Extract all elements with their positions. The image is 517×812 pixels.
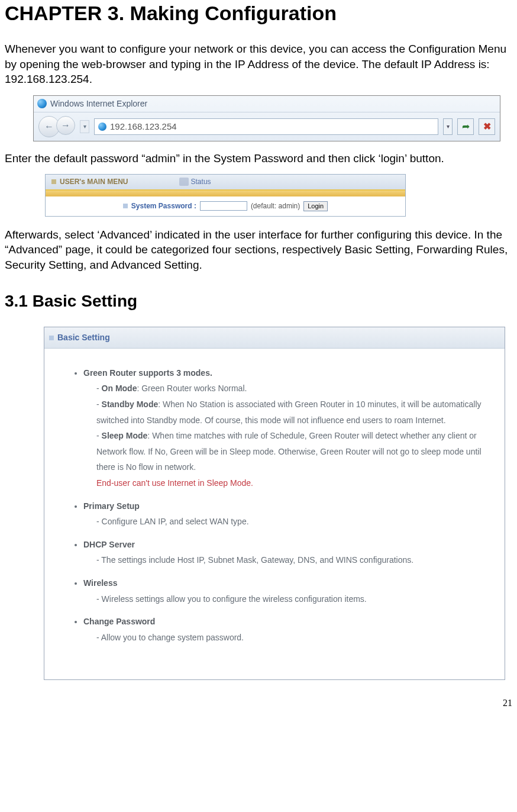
login-row: System Password : (default: admin) Login bbox=[46, 196, 405, 216]
password-label: System Password : bbox=[131, 201, 196, 211]
sleep-mode-line: - Sleep Mode: When time matches with rul… bbox=[83, 428, 493, 475]
login-screenshot: USER's MAIN MENU Status System Password … bbox=[45, 174, 406, 216]
address-dropdown-icon[interactable]: ▾ bbox=[443, 118, 453, 135]
go-refresh-button-icon[interactable]: ➦ bbox=[457, 118, 474, 135]
sleep-mode-text: : When time matches with rule of Schedul… bbox=[96, 431, 482, 472]
main-menu-text: USER's MAIN MENU bbox=[60, 177, 128, 186]
sleep-mode-label: Sleep Mode bbox=[102, 431, 148, 440]
page-number: 21 bbox=[5, 697, 512, 710]
on-mode-line: - On Mode: Green Router works Normal. bbox=[83, 381, 493, 397]
password-default-hint: (default: admin) bbox=[251, 201, 300, 211]
address-bar[interactable]: 192.168.123.254 bbox=[94, 118, 438, 135]
url-text: 192.168.123.254 bbox=[110, 121, 177, 133]
bullet-icon bbox=[51, 179, 56, 184]
primary-setup-title: Primary Setup bbox=[83, 501, 140, 511]
status-text: Status bbox=[191, 177, 211, 186]
main-menu-label: USER's MAIN MENU bbox=[46, 175, 134, 189]
basic-setting-panel: Basic Setting Green Router supports 3 mo… bbox=[44, 327, 505, 680]
login-button[interactable]: Login bbox=[303, 201, 328, 211]
standby-mode-line: - Standby Mode: When No Station is assoc… bbox=[83, 397, 493, 428]
intro-paragraph-1: Whenever you want to configure your netw… bbox=[5, 41, 512, 87]
intro-paragraph-2: Enter the default password “admin” in th… bbox=[5, 151, 512, 166]
login-top-bar: USER's MAIN MENU Status bbox=[46, 175, 405, 190]
wireless-title: Wireless bbox=[83, 578, 117, 588]
bullet-icon bbox=[123, 204, 128, 208]
on-mode-label: On Mode bbox=[102, 384, 137, 393]
primary-setup-text: - Configure LAN IP, and select WAN type. bbox=[83, 514, 493, 530]
history-dropdown-icon[interactable]: ▾ bbox=[80, 120, 89, 133]
modes-title: Green Router supports 3 modes. bbox=[83, 368, 212, 378]
modes-item: Green Router supports 3 modes. - On Mode… bbox=[83, 365, 493, 491]
page-icon bbox=[98, 123, 106, 131]
basic-setting-header: Basic Setting bbox=[44, 327, 505, 349]
ie-title-text: Windows Internet Explorer bbox=[50, 98, 147, 109]
on-mode-text: : Green Router works Normal. bbox=[137, 384, 247, 393]
ie-logo-icon bbox=[37, 99, 47, 108]
section-title: 3.1 Basic Setting bbox=[5, 290, 512, 312]
change-password-item: Change Password - Allow you to change sy… bbox=[83, 614, 493, 645]
forward-button-icon[interactable]: → bbox=[56, 116, 75, 135]
dhcp-server-item: DHCP Server - The settings include Host … bbox=[83, 537, 493, 568]
change-password-title: Change Password bbox=[83, 617, 155, 626]
status-icon bbox=[179, 178, 189, 186]
basic-setting-header-text: Basic Setting bbox=[57, 330, 110, 346]
chapter-title: CHAPTER 3. Making Configuration bbox=[5, 0, 512, 27]
stop-button-icon[interactable]: ✖ bbox=[479, 118, 495, 135]
ie-title-bar: Windows Internet Explorer bbox=[34, 96, 500, 112]
sleep-mode-warning: End-user can't use Internet in Sleep Mod… bbox=[83, 475, 493, 491]
status-tab[interactable]: Status bbox=[176, 175, 215, 189]
dhcp-server-text: - The settings include Host IP, Subnet M… bbox=[83, 552, 493, 568]
divider-bar bbox=[46, 191, 405, 196]
change-password-text: - Allow you to change system password. bbox=[83, 630, 493, 646]
intro-paragraph-3: Afterwards, select ‘Advanced’ indicated … bbox=[5, 227, 512, 273]
ie-screenshot: Windows Internet Explorer ← → ▾ 192.168.… bbox=[33, 95, 500, 141]
wireless-text: - Wireless settings allow you to configu… bbox=[83, 591, 493, 607]
ie-nav-bar: ← → ▾ 192.168.123.254 ▾ ➦ ✖ bbox=[34, 112, 500, 141]
basic-setting-body: Green Router supports 3 modes. - On Mode… bbox=[44, 349, 505, 659]
ie-back-forward: ← → bbox=[38, 116, 75, 137]
wireless-item: Wireless - Wireless settings allow you t… bbox=[83, 575, 493, 607]
system-password-field[interactable] bbox=[200, 201, 247, 211]
standby-mode-label: Standby Mode bbox=[102, 399, 159, 409]
basic-setting-list: Green Router supports 3 modes. - On Mode… bbox=[56, 365, 493, 646]
primary-setup-item: Primary Setup - Configure LAN IP, and se… bbox=[83, 498, 493, 530]
dhcp-server-title: DHCP Server bbox=[83, 540, 135, 549]
bullet-icon bbox=[49, 336, 54, 340]
